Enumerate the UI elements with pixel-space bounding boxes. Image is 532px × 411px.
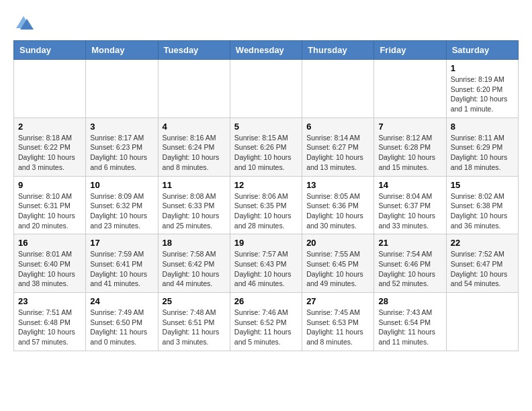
calendar-cell: 25Sunrise: 7:48 AM Sunset: 6:51 PM Dayli… (158, 293, 230, 351)
day-number: 20 (306, 238, 369, 248)
calendar-cell: 6Sunrise: 8:14 AM Sunset: 6:27 PM Daylig… (302, 118, 374, 176)
calendar-week-row: 16Sunrise: 8:01 AM Sunset: 6:40 PM Dayli… (14, 234, 519, 293)
logo-icon (13, 13, 34, 34)
calendar-cell: 24Sunrise: 7:49 AM Sunset: 6:50 PM Dayli… (86, 293, 158, 351)
day-info: Sunrise: 8:19 AM Sunset: 6:20 PM Dayligh… (451, 75, 514, 114)
calendar-cell: 12Sunrise: 8:06 AM Sunset: 6:35 PM Dayli… (230, 176, 302, 234)
day-number: 25 (163, 296, 226, 306)
calendar-cell: 16Sunrise: 8:01 AM Sunset: 6:40 PM Dayli… (14, 234, 86, 293)
day-number: 15 (451, 180, 514, 190)
day-number: 21 (378, 238, 441, 248)
day-number: 18 (163, 238, 226, 248)
day-info: Sunrise: 8:17 AM Sunset: 6:23 PM Dayligh… (90, 133, 153, 173)
day-number: 24 (90, 296, 153, 306)
calendar-cell (14, 60, 86, 118)
weekday-header: Wednesday (230, 41, 302, 60)
calendar-cell (374, 60, 446, 118)
day-number: 9 (18, 180, 81, 190)
day-info: Sunrise: 8:04 AM Sunset: 6:37 PM Dayligh… (378, 191, 441, 231)
calendar-cell (158, 60, 230, 118)
day-info: Sunrise: 7:43 AM Sunset: 6:54 PM Dayligh… (378, 308, 441, 347)
day-info: Sunrise: 7:54 AM Sunset: 6:46 PM Dayligh… (378, 249, 441, 289)
day-number: 12 (234, 180, 298, 190)
calendar-cell: 18Sunrise: 7:58 AM Sunset: 6:42 PM Dayli… (158, 234, 230, 293)
day-info: Sunrise: 8:16 AM Sunset: 6:24 PM Dayligh… (163, 133, 226, 173)
day-number: 6 (306, 122, 369, 132)
calendar-week-row: 2Sunrise: 8:18 AM Sunset: 6:22 PM Daylig… (14, 118, 519, 176)
calendar-cell: 27Sunrise: 7:45 AM Sunset: 6:53 PM Dayli… (302, 293, 374, 351)
calendar-cell: 28Sunrise: 7:43 AM Sunset: 6:54 PM Dayli… (374, 293, 446, 351)
day-info: Sunrise: 7:59 AM Sunset: 6:41 PM Dayligh… (90, 249, 153, 289)
day-info: Sunrise: 8:14 AM Sunset: 6:27 PM Dayligh… (306, 133, 369, 173)
day-number: 4 (163, 122, 226, 132)
weekday-header: Saturday (446, 41, 518, 60)
day-info: Sunrise: 8:01 AM Sunset: 6:40 PM Dayligh… (18, 249, 81, 289)
day-number: 1 (451, 63, 514, 73)
weekday-header-row: SundayMondayTuesdayWednesdayThursdayFrid… (14, 41, 519, 60)
day-number: 26 (234, 296, 298, 306)
day-info: Sunrise: 8:12 AM Sunset: 6:28 PM Dayligh… (378, 133, 441, 173)
calendar-cell: 21Sunrise: 7:54 AM Sunset: 6:46 PM Dayli… (374, 234, 446, 293)
day-info: Sunrise: 8:11 AM Sunset: 6:29 PM Dayligh… (451, 133, 514, 173)
weekday-header: Thursday (302, 41, 374, 60)
day-number: 13 (306, 180, 369, 190)
logo (13, 13, 36, 34)
day-info: Sunrise: 8:15 AM Sunset: 6:26 PM Dayligh… (234, 133, 298, 173)
day-number: 2 (18, 122, 81, 132)
calendar-cell: 8Sunrise: 8:11 AM Sunset: 6:29 PM Daylig… (446, 118, 518, 176)
day-number: 14 (378, 180, 441, 190)
calendar-cell: 15Sunrise: 8:02 AM Sunset: 6:38 PM Dayli… (446, 176, 518, 234)
calendar-cell: 5Sunrise: 8:15 AM Sunset: 6:26 PM Daylig… (230, 118, 302, 176)
day-info: Sunrise: 7:51 AM Sunset: 6:48 PM Dayligh… (18, 308, 81, 347)
calendar-cell: 11Sunrise: 8:08 AM Sunset: 6:33 PM Dayli… (158, 176, 230, 234)
calendar-cell (446, 293, 518, 351)
day-info: Sunrise: 7:57 AM Sunset: 6:43 PM Dayligh… (234, 249, 298, 289)
weekday-header: Tuesday (158, 41, 230, 60)
calendar-cell: 20Sunrise: 7:55 AM Sunset: 6:45 PM Dayli… (302, 234, 374, 293)
calendar-cell: 4Sunrise: 8:16 AM Sunset: 6:24 PM Daylig… (158, 118, 230, 176)
day-info: Sunrise: 8:06 AM Sunset: 6:35 PM Dayligh… (234, 191, 298, 231)
day-number: 17 (90, 238, 153, 248)
day-number: 22 (451, 238, 514, 248)
calendar-cell: 2Sunrise: 8:18 AM Sunset: 6:22 PM Daylig… (14, 118, 86, 176)
day-info: Sunrise: 7:48 AM Sunset: 6:51 PM Dayligh… (163, 308, 226, 347)
calendar-table: SundayMondayTuesdayWednesdayThursdayFrid… (13, 40, 519, 351)
calendar-cell (302, 60, 374, 118)
day-info: Sunrise: 8:18 AM Sunset: 6:22 PM Dayligh… (18, 133, 81, 173)
weekday-header: Friday (374, 41, 446, 60)
day-info: Sunrise: 8:09 AM Sunset: 6:32 PM Dayligh… (90, 191, 153, 231)
day-number: 28 (378, 296, 441, 306)
day-info: Sunrise: 8:10 AM Sunset: 6:31 PM Dayligh… (18, 191, 81, 231)
day-info: Sunrise: 7:52 AM Sunset: 6:47 PM Dayligh… (451, 249, 514, 289)
day-info: Sunrise: 7:49 AM Sunset: 6:50 PM Dayligh… (90, 308, 153, 347)
calendar-cell: 17Sunrise: 7:59 AM Sunset: 6:41 PM Dayli… (86, 234, 158, 293)
page-header (13, 13, 519, 34)
day-info: Sunrise: 8:05 AM Sunset: 6:36 PM Dayligh… (306, 191, 369, 231)
weekday-header: Sunday (14, 41, 86, 60)
day-number: 16 (18, 238, 81, 248)
day-number: 27 (306, 296, 369, 306)
day-number: 11 (163, 180, 226, 190)
calendar-cell: 26Sunrise: 7:46 AM Sunset: 6:52 PM Dayli… (230, 293, 302, 351)
day-number: 7 (378, 122, 441, 132)
calendar-cell (86, 60, 158, 118)
calendar-cell: 14Sunrise: 8:04 AM Sunset: 6:37 PM Dayli… (374, 176, 446, 234)
calendar-cell: 13Sunrise: 8:05 AM Sunset: 6:36 PM Dayli… (302, 176, 374, 234)
day-info: Sunrise: 8:08 AM Sunset: 6:33 PM Dayligh… (163, 191, 226, 231)
calendar-cell: 23Sunrise: 7:51 AM Sunset: 6:48 PM Dayli… (14, 293, 86, 351)
calendar-week-row: 1Sunrise: 8:19 AM Sunset: 6:20 PM Daylig… (14, 60, 519, 118)
day-info: Sunrise: 7:55 AM Sunset: 6:45 PM Dayligh… (306, 249, 369, 289)
weekday-header: Monday (86, 41, 158, 60)
day-number: 5 (234, 122, 298, 132)
day-number: 19 (234, 238, 298, 248)
day-number: 23 (18, 296, 81, 306)
calendar-cell: 19Sunrise: 7:57 AM Sunset: 6:43 PM Dayli… (230, 234, 302, 293)
calendar-cell (230, 60, 302, 118)
calendar-cell: 10Sunrise: 8:09 AM Sunset: 6:32 PM Dayli… (86, 176, 158, 234)
day-info: Sunrise: 7:46 AM Sunset: 6:52 PM Dayligh… (234, 308, 298, 347)
calendar-cell: 3Sunrise: 8:17 AM Sunset: 6:23 PM Daylig… (86, 118, 158, 176)
day-number: 8 (451, 122, 514, 132)
calendar-cell: 22Sunrise: 7:52 AM Sunset: 6:47 PM Dayli… (446, 234, 518, 293)
calendar-cell: 1Sunrise: 8:19 AM Sunset: 6:20 PM Daylig… (446, 60, 518, 118)
calendar-week-row: 23Sunrise: 7:51 AM Sunset: 6:48 PM Dayli… (14, 293, 519, 351)
